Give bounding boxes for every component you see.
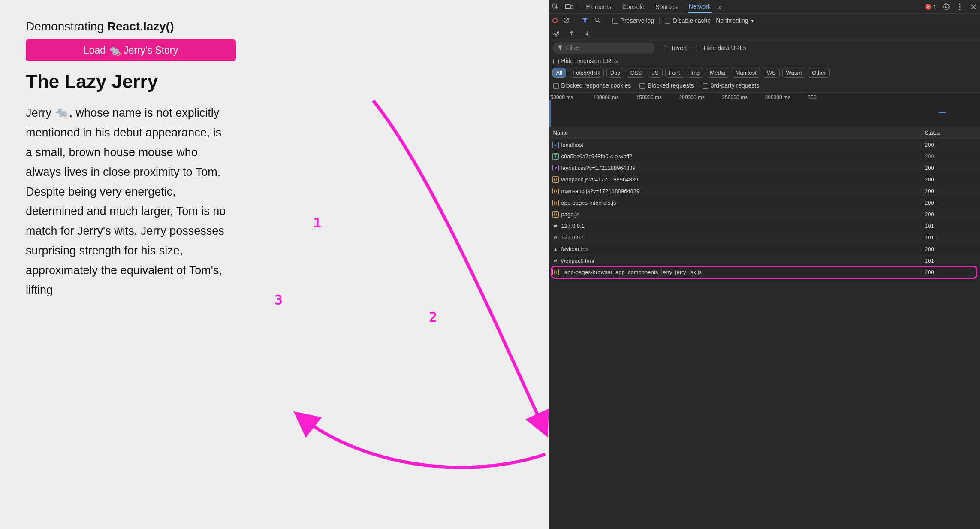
resource-type-img[interactable]: Img: [687, 68, 704, 78]
network-table: Name Status ≡localhost200Tc9a5bc6a7c948f…: [549, 127, 980, 529]
network-row[interactable]: ⟨⟩main-app.js?v=1721188964839200: [549, 185, 980, 197]
filter-funnel-icon[interactable]: [581, 17, 589, 24]
timeline-tick: 50000 ms: [550, 94, 593, 100]
network-row[interactable]: Tc9a5bc6a7c948fb0-s.p.woff2200: [549, 151, 980, 162]
timeline-tick: 100000 ms: [593, 94, 636, 100]
devtools-tab-network[interactable]: Network: [688, 0, 712, 13]
request-name: layout.css?v=1721188964839: [561, 165, 636, 171]
request-name: webpack.js?v=1721188964839: [561, 176, 639, 183]
network-timeline[interactable]: 50000 ms100000 ms150000 ms200000 ms25000…: [549, 93, 980, 127]
request-name: main-app.js?v=1721188964839: [561, 188, 640, 194]
hide-data-urls-checkbox[interactable]: Hide data URLs: [696, 45, 746, 51]
resource-type-all[interactable]: All: [552, 68, 566, 78]
svg-point-8: [595, 18, 599, 22]
hide-extension-urls-checkbox[interactable]: Hide extension URLs: [553, 57, 618, 64]
column-status-header[interactable]: Status: [920, 130, 980, 136]
resource-type-other[interactable]: Other: [808, 68, 830, 78]
close-devtools-icon[interactable]: [970, 3, 977, 11]
clear-icon[interactable]: [563, 17, 570, 24]
resource-type-font[interactable]: Font: [665, 68, 684, 78]
svg-point-6: [959, 9, 960, 10]
resource-type-media[interactable]: Media: [706, 68, 729, 78]
devtools-tab-elements[interactable]: Elements: [585, 0, 612, 13]
timeline-tick: 350: [807, 94, 850, 100]
throttling-select[interactable]: No throttling ▾: [716, 17, 754, 24]
request-status: 200: [920, 211, 980, 218]
annotation-number-1: 1: [313, 215, 321, 231]
network-row[interactable]: ⇄webpack-hmr101: [549, 255, 980, 266]
network-row[interactable]: ⟨⟩webpack.js?v=1721188964839200: [549, 174, 980, 185]
network-row[interactable]: ⇄127.0.0.1101: [549, 232, 980, 243]
request-name: 127.0.0.1: [561, 223, 585, 229]
blocked-requests-checkbox[interactable]: Blocked requests: [639, 82, 694, 89]
blocked-response-cookies-checkbox[interactable]: Blocked response cookies: [553, 82, 631, 89]
resource-type-ws[interactable]: WS: [763, 68, 780, 78]
network-row[interactable]: ⟨⟩app-pages-internals.js200: [549, 197, 980, 209]
network-row[interactable]: ↗layout.css?v=1721188964839200: [549, 162, 980, 174]
network-row[interactable]: ≡localhost200: [549, 139, 980, 151]
request-status: 200: [920, 188, 980, 194]
request-status: 200: [920, 165, 980, 171]
separator: [607, 17, 607, 24]
annotation-number-3: 3: [274, 292, 283, 308]
tabs-overflow[interactable]: »: [718, 0, 723, 13]
request-status: 200: [920, 246, 980, 252]
network-row[interactable]: ⇄127.0.0.1101: [549, 220, 980, 232]
timeline-tick: 300000 ms: [764, 94, 807, 100]
record-icon[interactable]: [552, 18, 558, 23]
network-conditions-icon[interactable]: [552, 30, 560, 38]
kebab-menu-icon[interactable]: [956, 3, 964, 11]
device-toolbar-icon[interactable]: [565, 3, 573, 11]
devtools-tabs: ElementsConsoleSourcesNetwork: [585, 0, 712, 13]
annotation-number-2: 2: [429, 309, 437, 325]
settings-gear-icon[interactable]: [942, 3, 950, 11]
request-status: 101: [920, 223, 980, 229]
network-toolbar: Preserve log Disable cache No throttling…: [549, 14, 980, 27]
request-status: 200: [920, 269, 980, 275]
search-icon[interactable]: [594, 17, 602, 24]
demo-subtitle-prefix: Demonstrating: [26, 20, 107, 33]
separator: [659, 17, 660, 24]
resource-type-doc[interactable]: Doc: [606, 68, 624, 78]
timeline-start-marker: [549, 100, 551, 127]
column-name-header[interactable]: Name: [549, 130, 920, 136]
svg-point-3: [945, 6, 947, 8]
third-party-requests-checkbox[interactable]: 3rd-party requests: [703, 82, 760, 89]
request-status: 101: [920, 257, 980, 264]
timeline-tick: 250000 ms: [721, 94, 764, 100]
chevron-down-icon: ▾: [751, 17, 754, 24]
resource-type-manifest[interactable]: Manifest: [732, 68, 760, 78]
network-table-header: Name Status: [549, 127, 980, 139]
separator: [579, 3, 579, 11]
devtools-tab-console[interactable]: Console: [621, 0, 645, 13]
resource-type-wasm[interactable]: Wasm: [782, 68, 805, 78]
network-row[interactable]: ⟨⟩page.js200: [549, 209, 980, 220]
request-name: app-pages-internals.js: [561, 200, 616, 206]
request-name: c9a5bc6a7c948fb0-s.p.woff2: [561, 153, 633, 160]
blocked-row: Blocked response cookies Blocked request…: [549, 80, 980, 93]
load-story-button[interactable]: Load 🐀 Jerry's Story: [26, 39, 236, 61]
devtools-tab-sources[interactable]: Sources: [654, 0, 678, 13]
request-name: 127.0.0.1: [561, 234, 585, 241]
import-har-icon[interactable]: [583, 30, 591, 38]
disable-cache-checkbox[interactable]: Disable cache: [665, 17, 711, 24]
filter-input[interactable]: Filter: [552, 42, 655, 54]
network-table-body: ≡localhost200Tc9a5bc6a7c948fb0-s.p.woff2…: [549, 139, 980, 278]
inspect-icon[interactable]: [552, 3, 559, 11]
resource-type-css[interactable]: CSS: [627, 68, 646, 78]
separator: [576, 17, 576, 24]
filter-placeholder: Filter: [566, 45, 579, 51]
network-row[interactable]: ⟨⟩_app-pages-browser_app_components_jerr…: [549, 266, 980, 278]
svg-point-9: [556, 36, 557, 36]
export-har-icon[interactable]: [568, 30, 576, 38]
invert-checkbox[interactable]: Invert: [664, 45, 687, 51]
error-dot-icon: ✕: [925, 4, 931, 10]
request-status: 200: [920, 153, 980, 160]
network-row[interactable]: ▲favicon.ico200: [549, 243, 980, 255]
resource-type-fetch-xhr[interactable]: Fetch/XHR: [569, 68, 604, 78]
request-name: localhost: [561, 142, 583, 148]
preserve-log-checkbox[interactable]: Preserve log: [612, 17, 654, 24]
request-status: 200: [920, 200, 980, 206]
resource-type-js[interactable]: JS: [648, 68, 662, 78]
error-badge[interactable]: ✕ 1: [925, 3, 936, 10]
